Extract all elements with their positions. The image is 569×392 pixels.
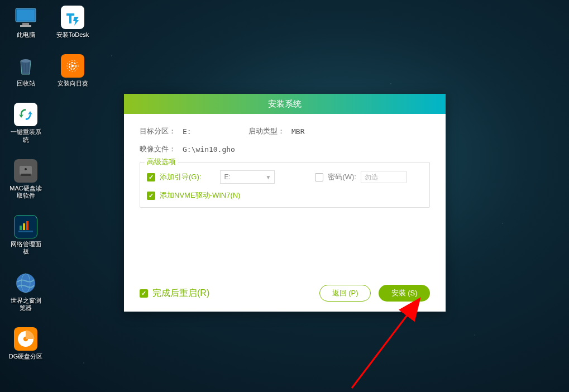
reinstall-icon <box>14 103 37 126</box>
desktop-icon-recycle-bin[interactable]: 回收站 <box>8 54 44 87</box>
desktop-icon-label: 网络管理面板 <box>8 241 44 255</box>
svg-rect-3 <box>20 25 31 27</box>
sunflower-icon <box>61 54 84 78</box>
svg-rect-14 <box>18 231 33 232</box>
desktop-icon-label: 此电脑 <box>17 31 35 39</box>
restart-after-checkbox[interactable] <box>140 289 148 298</box>
password-input[interactable]: 勿选 <box>361 171 407 183</box>
desktop-icon-sunflower[interactable]: 安装向日葵 <box>55 54 90 87</box>
svg-point-9 <box>25 168 27 170</box>
add-boot-checkbox[interactable] <box>147 173 155 181</box>
install-button[interactable]: 安装 (S) <box>379 285 430 302</box>
desktop-icon-dg[interactable]: DG硬盘分区 <box>8 327 44 360</box>
svg-rect-2 <box>22 23 29 25</box>
password-checkbox[interactable] <box>315 173 323 181</box>
add-boot-drive-select[interactable]: E: ▼ <box>220 170 275 184</box>
desktop-icon-label: 安装ToDesk <box>56 31 89 39</box>
desktop-icon-mac-disk[interactable]: MAC硬盘读取软件 <box>8 159 44 199</box>
boot-type-value: MBR <box>291 127 304 136</box>
target-partition-label: 目标分区： <box>140 126 176 136</box>
target-partition-value: E: <box>183 127 248 136</box>
recycle-bin-icon <box>14 54 37 78</box>
pc-icon <box>14 6 37 29</box>
dialog-title: 安装系统 <box>124 94 446 114</box>
desktop-icon-label: 世界之窗浏览器 <box>8 297 44 312</box>
desktop-icon-label: MAC硬盘读取软件 <box>8 185 44 199</box>
desktop-icon-label: 一键重装系统 <box>8 128 44 143</box>
restart-after-label: 完成后重启(R) <box>152 288 209 299</box>
network-panel-icon <box>14 215 37 238</box>
chevron-down-icon: ▼ <box>265 174 271 180</box>
svg-rect-11 <box>20 226 22 230</box>
mac-disk-icon <box>14 159 37 183</box>
desktop-icon-label: 回收站 <box>17 80 35 87</box>
svg-rect-1 <box>17 9 35 21</box>
desktop-icon-label: 安装向日葵 <box>58 80 88 87</box>
add-boot-drive-value: E: <box>224 173 230 181</box>
svg-rect-12 <box>23 223 25 230</box>
desktop-icon-netpanel[interactable]: 网络管理面板 <box>8 215 44 255</box>
svg-rect-13 <box>26 221 28 230</box>
add-nvme-checkbox[interactable] <box>147 192 155 200</box>
password-label: 密码(W): <box>328 172 356 182</box>
password-placeholder: 勿选 <box>365 173 378 182</box>
back-button[interactable]: 返回 (P) <box>319 285 371 302</box>
desktop-icon-theworld[interactable]: 世界之窗浏览器 <box>8 271 44 312</box>
desktop-icon-reinstall[interactable]: 一键重装系统 <box>8 103 44 143</box>
advanced-legend: 高级选项 <box>145 157 178 167</box>
diskgenius-icon <box>14 327 37 351</box>
svg-line-21 <box>352 300 419 388</box>
svg-point-4 <box>21 59 31 63</box>
desktop-icon-label: DG硬盘分区 <box>9 353 43 360</box>
svg-marker-7 <box>71 64 75 68</box>
svg-point-15 <box>16 274 35 293</box>
image-file-label: 映像文件： <box>140 144 176 154</box>
todesk-icon <box>61 6 84 29</box>
boot-type-label: 启动类型： <box>248 126 285 136</box>
svg-rect-10 <box>21 174 31 176</box>
install-system-dialog: 安装系统 目标分区： E: 启动类型： MBR 映像文件： G:\win10.g… <box>124 94 446 312</box>
globe-icon <box>14 271 37 295</box>
desktop-icon-todesk[interactable]: 安装ToDesk <box>55 6 90 39</box>
add-boot-label: 添加引导(G): <box>160 172 201 182</box>
desktop-icon-this-pc[interactable]: 此电脑 <box>8 6 44 39</box>
add-nvme-label: 添加NVME驱动-WIN7(N) <box>160 190 240 200</box>
image-file-value: G:\win10.gho <box>183 145 235 154</box>
advanced-options-fieldset: 高级选项 添加引导(G): E: ▼ 密码(W): 勿选 添加NVME驱动-WI… <box>140 162 430 208</box>
